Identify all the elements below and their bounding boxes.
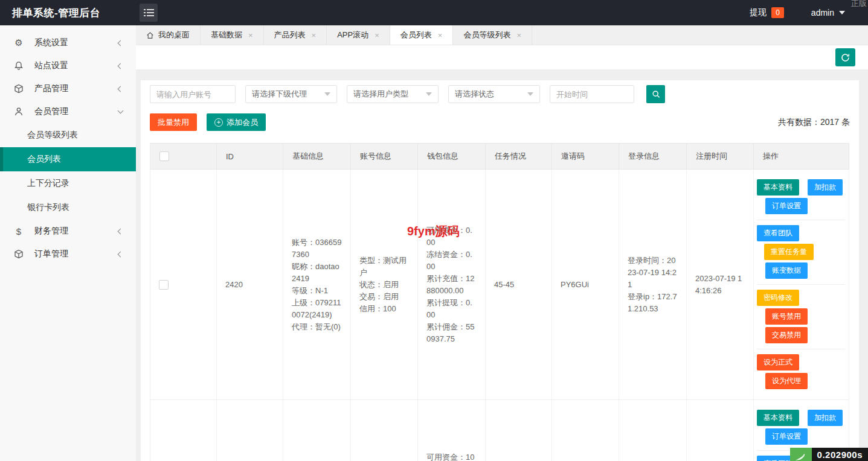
close-icon[interactable]: × — [248, 31, 253, 40]
disable-account-button[interactable]: 账号禁用 — [765, 308, 808, 325]
total-count-text: 共有数据：2017 条 — [778, 117, 850, 128]
gear-icon: ⚙ — [13, 37, 24, 48]
select-all-checkbox[interactable] — [159, 151, 169, 161]
sidebar: ⚙ 系统设置 站点设置 产品管理 会员管理 会员等级列表 — [0, 25, 136, 461]
dollar-icon: $ — [13, 226, 24, 237]
column-header-account-info: 账号信息 — [351, 144, 418, 170]
cell-invite-code — [552, 400, 619, 461]
search-icon — [651, 89, 661, 99]
list-icon — [144, 8, 154, 17]
column-header-task-status: 任务情况 — [486, 144, 552, 170]
cell-operations: 基本资料加扣款 订单设置 查看团队 重置任务量 账变数据 密码修改 — [754, 170, 849, 400]
sidebar-item-updown-records[interactable]: 上下分记录 — [0, 171, 136, 196]
search-button[interactable] — [646, 85, 665, 103]
sidebar-item-member-management[interactable]: 会员管理 — [0, 100, 136, 123]
cell-wallet-info: 可用资金：0.00 冻结资金：0.00 累计充值：12880000.00 累计提… — [418, 170, 486, 400]
close-icon[interactable]: × — [375, 31, 379, 40]
sidebar-item-order-management[interactable]: 订单管理 — [0, 243, 136, 265]
column-header-wallet-info: 钱包信息 — [418, 144, 486, 170]
admin-user-menu[interactable]: admin — [811, 8, 845, 17]
reset-task-quota-button[interactable]: 重置任务量 — [764, 244, 814, 260]
account-change-data-button[interactable]: 账变数据 — [765, 262, 808, 279]
chevron-down-icon — [324, 92, 330, 96]
basic-profile-button[interactable]: 基本资料 — [757, 179, 799, 196]
page-content: 请选择下级代理 请选择用户类型 请选择状态 — [136, 69, 868, 461]
cell-register-time: 2023-07-19 14:16:26 — [687, 170, 754, 400]
plus-icon: + — [214, 118, 223, 127]
license-watermark: 正版 — [851, 0, 867, 9]
debug-timer-badge: 0.202900s — [790, 448, 868, 461]
refresh-button[interactable] — [835, 48, 855, 66]
member-list-panel: 请选择下级代理 请选择用户类型 请选择状态 — [141, 80, 859, 461]
sidebar-item-product-management[interactable]: 产品管理 — [0, 77, 136, 100]
close-icon[interactable]: × — [438, 31, 443, 40]
withdraw-count-badge: 0 — [771, 7, 784, 18]
debug-time-text: 0.202900s — [812, 448, 868, 461]
row-checkbox[interactable] — [159, 280, 169, 290]
cell-register-time — [687, 400, 754, 461]
column-header-id: ID — [217, 144, 283, 170]
tab-member-list[interactable]: 会员列表 × — [390, 25, 454, 45]
cube-icon — [13, 84, 24, 94]
cell-account-info — [351, 400, 418, 461]
order-settings-button[interactable]: 订单设置 — [765, 198, 808, 214]
withdraw-menu[interactable]: 提现 0 — [750, 7, 784, 18]
tab-member-level-list[interactable]: 会员等级列表 × — [453, 25, 532, 45]
set-official-button[interactable]: 设为正式 — [757, 354, 799, 370]
action-button-row: 批量禁用 + 添加会员 共有数据：2017 条 — [150, 113, 850, 131]
chevron-left-icon — [118, 40, 124, 46]
header: 排单系统-管理后台 提现 0 admin 正版 — [0, 0, 868, 25]
view-team-button[interactable]: 查看团队 — [757, 225, 799, 241]
table-header-row: ID 基础信息 账号信息 钱包信息 任务情况 邀请码 登录信息 注册时间 操作 — [150, 144, 849, 170]
start-time-input[interactable] — [550, 85, 634, 103]
status-select[interactable]: 请选择状态 — [448, 85, 540, 103]
cell-id — [217, 400, 283, 461]
account-search-input[interactable] — [150, 85, 236, 103]
add-deduct-funds-button[interactable]: 加扣款 — [808, 410, 843, 426]
tab-my-desktop[interactable]: 我的桌面 — [136, 25, 201, 45]
home-icon — [146, 31, 154, 39]
chevron-down-icon — [426, 92, 432, 96]
disable-trading-button[interactable]: 交易禁用 — [765, 327, 808, 343]
column-header-operations: 操作 — [754, 144, 849, 170]
basic-profile-button[interactable]: 基本资料 — [757, 410, 799, 426]
sidebar-item-bankcard-list[interactable]: 银行卡列表 — [0, 196, 136, 220]
cube-icon — [13, 249, 24, 259]
cell-basic-info: 账号：0366597360 昵称：daotao2419 等级：N-1 上级：07… — [283, 170, 351, 400]
cell-id: 2420 — [217, 170, 283, 400]
chevron-left-icon — [118, 251, 124, 257]
tab-bar: 我的桌面 基础数据 × 产品列表 × APP滚动 × 会员列表 × 会员等级列表… — [136, 25, 868, 45]
agent-select[interactable]: 请选择下级代理 — [245, 85, 337, 103]
batch-disable-button[interactable]: 批量禁用 — [150, 113, 197, 131]
filter-row: 请选择下级代理 请选择用户类型 请选择状态 — [150, 85, 850, 103]
tab-basic-data[interactable]: 基础数据 × — [201, 25, 264, 45]
sidebar-item-member-level-list[interactable]: 会员等级列表 — [0, 123, 136, 147]
change-password-button[interactable]: 密码修改 — [757, 290, 799, 306]
sidebar-item-member-list[interactable]: 会员列表 — [0, 147, 136, 171]
column-header-register-time: 注册时间 — [687, 144, 754, 170]
column-header-basic-info: 基础信息 — [283, 144, 351, 170]
cell-login-info — [619, 400, 687, 461]
cell-basic-info — [283, 400, 351, 461]
close-icon[interactable]: × — [312, 31, 317, 40]
set-agent-button[interactable]: 设为代理 — [765, 373, 808, 389]
debug-leaf-icon — [790, 448, 812, 461]
sidebar-item-site-settings[interactable]: 站点设置 — [0, 54, 136, 77]
tab-product-list[interactable]: 产品列表 × — [264, 25, 327, 45]
tab-app-scroll[interactable]: APP滚动 × — [327, 25, 390, 45]
chevron-down-icon — [527, 92, 533, 96]
admin-username: admin — [811, 8, 834, 17]
chevron-down-icon — [118, 108, 124, 114]
user-icon — [13, 107, 24, 116]
add-member-button[interactable]: + 添加会员 — [207, 113, 266, 131]
chevron-left-icon — [118, 228, 124, 234]
order-settings-button[interactable]: 订单设置 — [765, 428, 808, 445]
sidebar-item-finance-management[interactable]: $ 财务管理 — [0, 220, 136, 243]
sidebar-item-system-settings[interactable]: ⚙ 系统设置 — [0, 31, 136, 54]
chevron-left-icon — [118, 63, 124, 69]
add-deduct-funds-button[interactable]: 加扣款 — [808, 179, 843, 196]
menu-toggle-button[interactable] — [140, 4, 158, 22]
close-icon[interactable]: × — [516, 31, 521, 40]
app-title: 排单系统-管理后台 — [0, 6, 136, 20]
user-type-select[interactable]: 请选择用户类型 — [347, 85, 439, 103]
